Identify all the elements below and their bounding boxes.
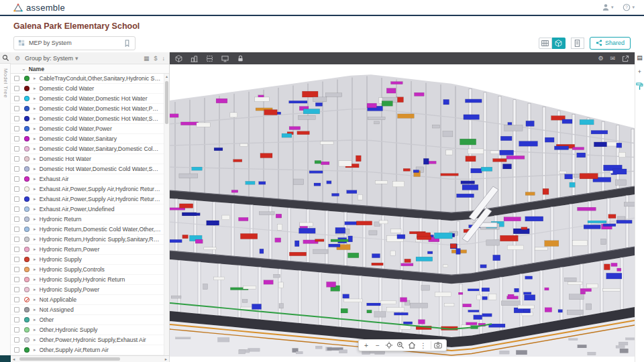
row-checkbox[interactable] [14,237,19,242]
assemble-logo[interactable]: assemble [13,3,65,13]
row-expand-caret-icon[interactable]: ▸ [34,86,36,91]
tree-row[interactable]: ▸Hydronic Return,Domestic Cold Water,Oth… [11,225,169,235]
open-new-window-icon[interactable] [622,55,629,62]
more-options-button[interactable]: ⋮ [418,340,429,351]
tree-row[interactable]: ▸Not Applicable [11,295,169,305]
row-checkbox[interactable] [14,106,19,111]
tree-row[interactable]: ▸Hydronic Supply,Power [11,285,169,295]
tree-row[interactable]: ▸Hydronic Supply [11,255,169,265]
model-view-button[interactable] [552,38,566,49]
row-expand-caret-icon[interactable]: ▸ [34,227,36,232]
row-expand-caret-icon[interactable]: ▸ [34,126,36,131]
model-canvas[interactable]: + − ⋮ [170,64,635,357]
row-checkbox[interactable] [14,287,19,292]
row-checkbox[interactable] [14,217,19,222]
tree-row[interactable]: ▸Exhaust Air [11,174,169,184]
row-expand-caret-icon[interactable]: ▸ [34,257,36,262]
tree-row[interactable]: ▸Exhaust Air,Power,Undefined [11,204,169,215]
row-checkbox[interactable] [14,176,19,182]
tree-row[interactable]: ▸Domestic Cold Water [11,84,169,94]
row-expand-caret-icon[interactable]: ▸ [34,176,36,182]
row-expand-caret-icon[interactable]: ▸ [34,206,36,212]
row-checkbox[interactable] [14,186,19,192]
tree-column-header[interactable]: ⌄ Name [11,64,169,74]
tree-row[interactable]: ▸Other,Supply Air,Return Air [11,345,169,355]
search-tab[interactable] [0,52,11,64]
zoom-out-button[interactable]: − [372,340,384,351]
tree-row[interactable]: ▸Domestic Cold Water,Sanitary,Domestic C… [11,144,169,154]
tree-row[interactable]: ▸CableTrayConduit,Other,Sanitary,Hydroni… [11,74,169,84]
report-button[interactable] [571,38,584,49]
shared-button[interactable]: Shared [590,37,631,50]
row-checkbox[interactable] [14,227,19,232]
tree-row[interactable]: ▸Domestic Hot Water,Domestic Cold Water,… [11,164,169,174]
row-expand-caret-icon[interactable]: ▸ [34,327,36,333]
row-expand-caret-icon[interactable]: ▸ [34,267,36,272]
row-checkbox[interactable] [14,327,19,333]
row-checkbox[interactable] [14,86,19,91]
row-expand-caret-icon[interactable]: ▸ [34,337,36,343]
row-expand-caret-icon[interactable]: ▸ [34,156,36,162]
tree-row[interactable]: ▸Domestic Hot Water [11,154,169,164]
row-expand-caret-icon[interactable]: ▸ [34,317,36,322]
row-checkbox[interactable] [14,136,19,141]
viewer-settings-gear-icon[interactable]: ⚙ [598,55,603,62]
bookmark-icon[interactable] [123,40,131,47]
row-checkbox[interactable] [14,267,19,272]
cost-icon[interactable]: $ [154,55,157,62]
help-menu[interactable]: ? ▾ [623,3,635,11]
row-expand-caret-icon[interactable]: ▸ [34,76,36,81]
scroll-left-icon[interactable]: ◂ [13,357,15,362]
tree-row[interactable]: ▸Other [11,315,169,325]
tree-row[interactable]: ▸Exhaust Air,Power,Supply Air,Hydronic R… [11,184,169,194]
row-checkbox[interactable] [14,116,19,121]
row-checkbox[interactable] [14,247,19,252]
row-expand-caret-icon[interactable]: ▸ [34,217,36,222]
row-checkbox[interactable] [14,146,19,152]
row-expand-caret-icon[interactable]: ▸ [34,247,36,252]
row-expand-caret-icon[interactable]: ▸ [34,136,36,141]
row-expand-caret-icon[interactable]: ▸ [34,166,36,172]
row-checkbox[interactable] [14,307,19,312]
tree-row[interactable]: ▸Domestic Cold Water,Power [11,124,169,134]
tree-row[interactable]: ▸Domestic Cold Water,Domestic Hot Water,… [11,114,169,124]
mail-icon[interactable]: ✉ [610,55,615,62]
row-checkbox[interactable] [14,277,19,282]
tree-horizontal-scrollbar[interactable]: ◂ ▸ [11,355,169,362]
row-checkbox[interactable] [14,166,19,172]
buildings-icon[interactable] [191,55,198,62]
zoom-window-button[interactable] [395,340,407,351]
tree-row[interactable]: ▸Hydronic Return [11,215,169,225]
view-selector[interactable]: MEP by System [13,36,136,50]
properties-panel-icon[interactable]: ▤ [637,54,643,61]
scroll-right-icon[interactable]: ▸ [165,357,167,362]
tree-row[interactable]: ▸Hydronic Return,Hydronic Supply,Sanitar… [11,235,169,245]
row-expand-caret-icon[interactable]: ▸ [34,96,36,101]
presentation-board-icon[interactable] [221,55,229,62]
tree-row[interactable]: ▸Hydronic Supply,Hydronic Return [11,275,169,285]
row-checkbox[interactable] [14,156,19,162]
horizontal-scroll-thumb[interactable] [19,357,120,361]
tree-settings-gear-icon[interactable]: ⚙ [15,55,20,62]
row-expand-caret-icon[interactable]: ▸ [34,307,36,312]
model-views-icon[interactable] [175,55,182,62]
tree-row[interactable]: ▸Domestic Cold Water,Domestic Hot Water [11,94,169,104]
row-checkbox[interactable] [14,257,19,262]
tree-vertical-scrollbar[interactable]: ▴ [164,74,169,355]
row-checkbox[interactable] [14,206,19,212]
tree-row[interactable]: ▸Domestic Cold Water,Domestic Hot Water,… [11,104,169,114]
export-icon[interactable]: ↓ [162,55,166,62]
row-checkbox[interactable] [14,337,19,343]
row-expand-caret-icon[interactable]: ▸ [34,196,36,202]
tree-row[interactable]: ▸Other,Power,Hydronic Supply,Exhaust Air [11,335,169,345]
home-view-button[interactable] [407,340,418,351]
row-expand-caret-icon[interactable]: ▸ [34,237,36,242]
row-expand-caret-icon[interactable]: ▸ [34,347,36,353]
row-expand-caret-icon[interactable]: ▸ [34,106,36,111]
screenshot-button[interactable] [433,340,444,351]
zoom-in-button[interactable]: + [361,340,372,351]
row-checkbox[interactable] [14,96,19,101]
user-menu[interactable]: ▾ [602,3,614,11]
row-checkbox[interactable] [14,297,19,302]
lock-icon[interactable] [237,55,244,62]
